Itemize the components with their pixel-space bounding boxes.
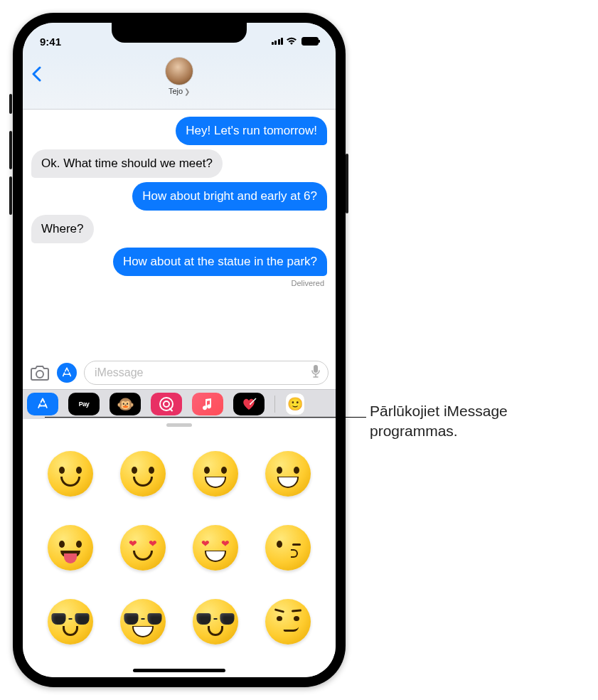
silence-switch[interactable] xyxy=(9,94,12,114)
svg-point-0 xyxy=(36,371,43,378)
sticker-sunglasses[interactable] xyxy=(38,589,102,654)
app-drawer-store-icon[interactable] xyxy=(27,393,58,415)
sticker-sunglasses[interactable] xyxy=(183,589,247,654)
callout-text: Pārlūkojiet iMessage programmas. xyxy=(370,401,576,442)
chevron-right-icon: ❯ xyxy=(184,88,190,95)
cellular-signal-icon xyxy=(272,38,284,45)
sticker-smile[interactable] xyxy=(111,441,175,507)
svg-point-6 xyxy=(250,403,251,405)
compose-placeholder: iMessage xyxy=(95,366,143,379)
app-drawer-music-icon[interactable] xyxy=(192,393,223,415)
message-list[interactable]: Hey! Let's run tomorrow! Ok. What time s… xyxy=(23,110,336,356)
sticker-grin[interactable] xyxy=(183,441,247,507)
sticker-heart-eyes[interactable]: ❤❤ xyxy=(111,515,175,580)
sticker-kiss[interactable] xyxy=(256,515,320,580)
app-drawer-apple-pay-icon[interactable]: Pay xyxy=(68,393,100,415)
contact-info[interactable]: Tejo ❯ xyxy=(165,57,193,95)
drawer-handle-area xyxy=(23,419,336,428)
volume-up-button[interactable] xyxy=(9,131,12,169)
message-sent[interactable]: How about bright and early at 6? xyxy=(132,182,327,211)
message-sent[interactable]: Hey! Let's run tomorrow! xyxy=(176,117,327,145)
wifi-icon xyxy=(286,37,297,46)
status-time: 9:41 xyxy=(40,36,61,48)
power-button[interactable] xyxy=(346,154,348,213)
back-button[interactable] xyxy=(31,57,41,85)
home-indicator[interactable] xyxy=(133,669,225,672)
sticker-grin[interactable] xyxy=(256,441,320,507)
conversation-header: Tejo ❯ xyxy=(23,54,336,110)
volume-down-button[interactable] xyxy=(9,176,12,215)
app-drawer-animoji-icon[interactable]: 🐵 xyxy=(110,393,141,415)
app-drawer-images-icon[interactable] xyxy=(151,393,182,415)
status-right xyxy=(272,37,319,46)
app-drawer-digital-touch-icon[interactable] xyxy=(233,393,265,415)
phone-frame: 9:41 Te xyxy=(13,13,346,687)
contact-name-label: Tejo xyxy=(169,87,183,95)
sticker-smile[interactable] xyxy=(38,441,102,507)
sticker-heart-eyes[interactable]: ❤❤ xyxy=(183,515,247,580)
screen: 9:41 Te xyxy=(23,23,336,677)
svg-rect-1 xyxy=(314,365,318,373)
compose-row: iMessage xyxy=(23,356,336,389)
message-received[interactable]: Ok. What time should we meet? xyxy=(31,149,223,178)
compose-input[interactable]: iMessage xyxy=(84,361,329,385)
contact-avatar xyxy=(165,57,193,85)
app-store-button[interactable] xyxy=(57,363,77,383)
message-received[interactable]: Where? xyxy=(31,215,94,243)
delivered-label: Delivered xyxy=(292,279,324,287)
app-drawer-separator xyxy=(274,396,275,413)
sticker-grid[interactable]: ❤❤ ❤❤ xyxy=(23,428,336,678)
svg-point-2 xyxy=(160,398,173,410)
drawer-handle[interactable] xyxy=(166,423,192,427)
sticker-tongue[interactable] xyxy=(38,515,102,580)
svg-point-3 xyxy=(164,401,169,407)
contact-name-row: Tejo ❯ xyxy=(169,87,190,95)
sticker-smirk[interactable] xyxy=(256,589,320,654)
apple-pay-label: Pay xyxy=(79,401,90,408)
notch xyxy=(112,23,247,43)
message-sent[interactable]: How about at the statue in the park? xyxy=(113,248,327,276)
app-drawer-stickers-icon[interactable]: 🙂 xyxy=(285,393,305,415)
battery-icon xyxy=(301,37,319,46)
camera-button[interactable] xyxy=(30,364,50,381)
app-drawer[interactable]: Pay 🐵 🙂 xyxy=(23,389,336,419)
callout-leader-line xyxy=(45,417,366,418)
sticker-sunglasses[interactable] xyxy=(111,589,175,654)
microphone-icon[interactable] xyxy=(311,364,321,381)
